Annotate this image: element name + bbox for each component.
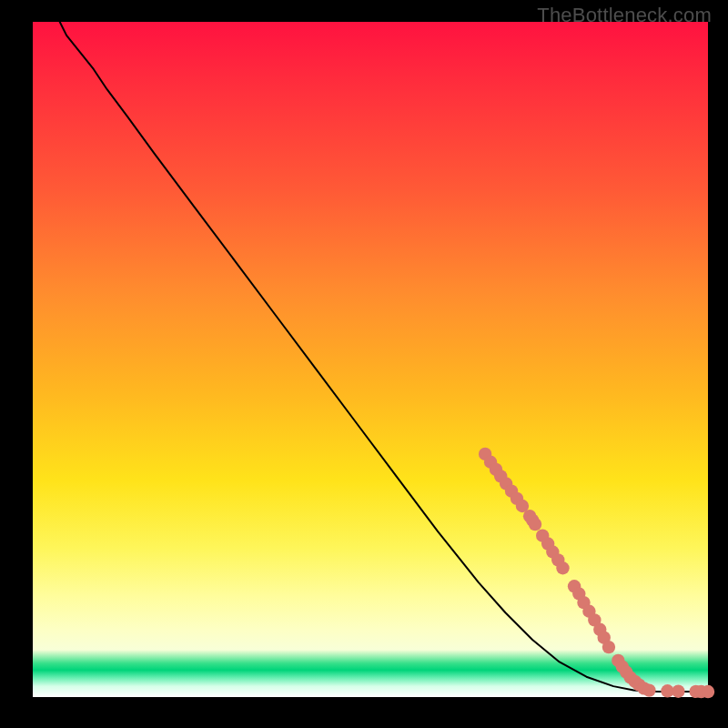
scatter-dots	[479, 448, 714, 699]
data-point	[672, 684, 684, 697]
curve-path	[60, 22, 708, 692]
data-point	[602, 641, 615, 653]
chart-overlay	[33, 22, 708, 697]
chart-frame: TheBottleneck.com	[0, 0, 728, 728]
data-point	[702, 685, 714, 698]
data-point	[642, 683, 655, 696]
curve-line	[60, 22, 708, 692]
plot-area	[33, 22, 708, 697]
data-point	[556, 561, 569, 574]
watermark-text: TheBottleneck.com	[537, 4, 712, 27]
data-point	[529, 518, 541, 531]
